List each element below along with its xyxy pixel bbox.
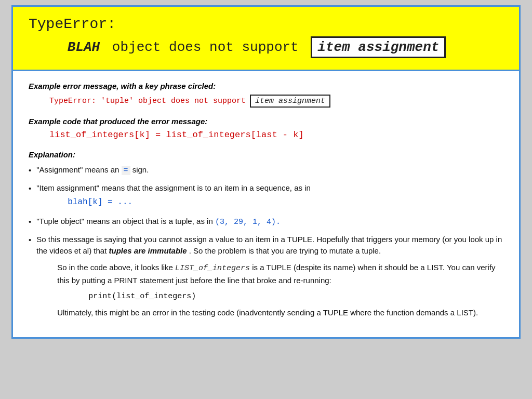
list-item: • "Tuple object" means an object that is… <box>29 216 503 229</box>
bullet-1-text-after: sign. <box>132 165 149 174</box>
error-line-prefix: object does not support <box>104 39 307 55</box>
error-text: TypeError: 'tuple' object does not suppo… <box>49 97 246 105</box>
bullet-4-text-after: . So the problem is that you are trying … <box>189 246 381 255</box>
list-of-integers-italic: LIST_of_integers <box>175 264 250 273</box>
indented-para-1-before: So in the code above, it looks like <box>57 263 175 272</box>
tuple-example: (3, 29, 1, 4). <box>215 218 281 227</box>
blah-k-code: blah[k] = ... <box>36 196 503 208</box>
explanation-label: Explanation: <box>29 150 503 159</box>
yellow-header: TypeError: BLAH object does not support … <box>13 7 519 71</box>
bullet-dot: • <box>29 183 31 195</box>
print-code: print(list_of_integers) <box>57 290 503 302</box>
list-item: • "Assignment" means an = sign. <box>29 164 503 177</box>
indented-para-2: Ultimately, this might be an error in th… <box>57 308 478 317</box>
example-error-label: Example error message, with a key phrase… <box>29 82 503 90</box>
error-line: BLAH object does not support item assign… <box>29 36 503 58</box>
bullet-dot: • <box>29 165 31 177</box>
bullet-1-text-before: "Assignment" means an <box>36 165 121 174</box>
example-code-label: Example code that produced the error mes… <box>29 117 503 126</box>
bullet-3-content: "Tuple object" means an object that is a… <box>36 216 503 229</box>
tuples-immutable-text: tuples are immutable <box>109 246 187 255</box>
content-area: Example error message, with a key phrase… <box>13 71 519 337</box>
error-phrase-box: item assignment <box>250 95 330 108</box>
bullet-dot: • <box>29 234 31 246</box>
bullet-list: • "Assignment" means an = sign. • "Item … <box>29 164 503 319</box>
bullet-3-text: "Tuple object" means an object that is a… <box>36 217 215 225</box>
equals-sign: = <box>122 166 130 175</box>
explanation-section: Explanation: • "Assignment" means an = s… <box>29 150 503 319</box>
bullet-1-content: "Assignment" means an = sign. <box>36 164 503 177</box>
indented-para-1: So in the code above, it looks like LIST… <box>57 261 503 319</box>
type-error-label: TypeError: <box>29 16 116 32</box>
bullet-2-content: "Item assignment" means that the assignm… <box>36 182 503 211</box>
list-item: • "Item assignment" means that the assig… <box>29 182 503 211</box>
example-code-block: list_of_integers[k] = list_of_integers[l… <box>29 130 503 140</box>
highlighted-phrase: item assignment <box>311 36 446 58</box>
bullet-2-text: "Item assignment" means that the assignm… <box>36 183 311 192</box>
bullet-4-content: So this message is saying that you canno… <box>36 234 503 319</box>
bullet-dot: • <box>29 216 31 228</box>
list-item: • So this message is saying that you can… <box>29 234 503 319</box>
type-error-title: TypeError: <box>29 16 503 32</box>
main-container: TypeError: BLAH object does not support … <box>11 5 521 339</box>
blah-text: BLAH <box>68 39 100 55</box>
error-example-line: TypeError: 'tuple' object does not suppo… <box>29 95 503 108</box>
